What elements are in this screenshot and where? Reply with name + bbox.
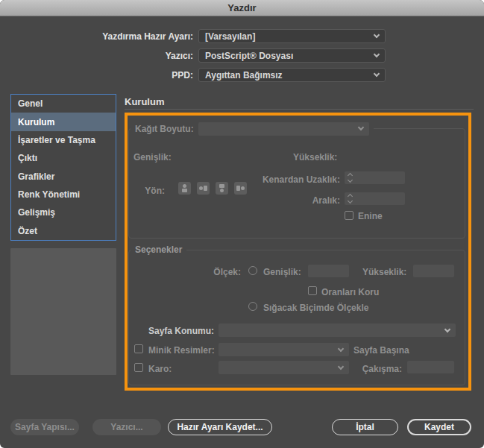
stepper-icon[interactable] — [348, 195, 352, 203]
scale-to-fit-label: Sığacak Biçimde Ölçekle — [263, 303, 368, 313]
thumbnails-label: Minik Resimler: — [148, 345, 215, 356]
chevron-down-icon — [338, 363, 344, 369]
sidebar-item-label: Genel — [18, 98, 43, 109]
thumbnails-checkbox[interactable] — [134, 344, 143, 353]
print-preset-label: Yazdırma Hazır Ayarı: — [0, 31, 198, 42]
printer-label: Yazıcı: — [0, 51, 198, 61]
button-label: Yazıcı... — [110, 422, 142, 432]
button-label: Sayfa Yapısı... — [15, 422, 75, 432]
options-legend: Seçenekler — [131, 244, 186, 255]
options-group: Seçenekler Ölçek: Genişlik: Yükseklik: O… — [128, 250, 465, 385]
paper-size-row: Kağıt Boyutu: — [131, 122, 374, 136]
panel-separator — [125, 109, 474, 110]
tile-dropdown[interactable] — [219, 361, 349, 374]
scale-width-height-radio[interactable] — [248, 266, 257, 275]
printer-dropdown[interactable]: PostScript® Dosyası — [198, 48, 386, 63]
chevron-down-icon — [444, 326, 450, 332]
print-preset-row: Yazdırma Hazır Ayarı: [Varsayılan] — [0, 29, 386, 43]
scale-height-label: Yükseklik: — [362, 267, 406, 277]
print-preview-area — [10, 248, 116, 375]
orientation-label: Yön: — [133, 186, 165, 196]
ppd-value: Aygıttan Bağımsız — [205, 70, 370, 81]
sidebar-item-genel[interactable]: Genel — [11, 95, 116, 113]
paper-height-label: Yükseklik: — [293, 152, 337, 163]
print-preset-dropdown[interactable]: [Varsayılan] — [198, 29, 386, 43]
offset-field[interactable] — [345, 171, 405, 184]
gap-field[interactable] — [345, 192, 405, 205]
paper-width-label: Genişlik: — [133, 152, 172, 163]
save-preset-button[interactable]: Hazır Ayarı Kaydet... — [168, 419, 272, 435]
sidebar-item-label: İşaretler ve Taşma — [18, 135, 95, 145]
gap-label: Aralık: — [204, 195, 340, 206]
scale-width-label: Genişlik: — [263, 267, 301, 277]
sidebar-item-label: Gelişmiş — [18, 207, 55, 218]
button-label: Hazır Ayarı Kaydet... — [177, 422, 263, 432]
constrain-proportions-checkbox[interactable] — [308, 286, 317, 295]
sections-list: Genel Kurulum İşaretler ve Taşma Çıktı G… — [10, 94, 116, 241]
panel-title: Kurulum — [125, 96, 164, 107]
cancel-button[interactable]: İptal — [332, 419, 398, 435]
ppd-dropdown[interactable]: Aygıttan Bağımsız — [198, 68, 386, 82]
per-page-label: Sayfa Başına — [353, 345, 409, 356]
scale-label: Ölçek: — [174, 267, 241, 277]
sidebar-item-kurulum[interactable]: Kurulum — [11, 113, 116, 130]
page-setup-button[interactable]: Sayfa Yapısı... — [10, 419, 79, 435]
sidebar-item-label: Renk Yönetimi — [18, 189, 80, 200]
page-position-label: Sayfa Konumu: — [136, 326, 214, 336]
ppd-row: PPD: Aygıttan Bağımsız — [0, 68, 386, 82]
offset-label: Kenardan Uzaklık: — [204, 174, 340, 185]
chevron-down-icon — [348, 177, 353, 183]
sidebar-item-grafikler[interactable]: Grafikler — [11, 168, 116, 186]
printer-button[interactable]: Yazıcı... — [92, 419, 161, 435]
overlap-field[interactable] — [407, 361, 454, 373]
print-preset-value: [Varsayılan] — [205, 31, 370, 42]
orientation-portrait-icon[interactable] — [178, 182, 191, 195]
scale-width-field[interactable] — [308, 265, 349, 277]
overlap-label: Çakışma: — [353, 364, 402, 374]
sidebar-item-label: Özet — [18, 226, 37, 236]
sidebar-item-cikti[interactable]: Çıktı — [11, 149, 116, 167]
tile-checkbox[interactable] — [134, 363, 143, 372]
chevron-down-icon — [374, 51, 380, 57]
stepper-icon[interactable] — [348, 174, 352, 182]
paper-setup-group: Kağıt Boyutu: Genişlik: Yükseklik: Yön: … — [128, 128, 465, 239]
transverse-label: Enine — [358, 211, 383, 221]
transverse-checkbox[interactable] — [345, 211, 353, 220]
scale-height-field[interactable] — [413, 265, 454, 277]
save-button[interactable]: Kaydet — [407, 419, 471, 435]
sidebar-item-label: Grafikler — [18, 171, 54, 182]
paper-size-dropdown[interactable] — [198, 122, 369, 136]
chevron-down-icon — [348, 198, 353, 204]
button-label: Kaydet — [424, 422, 454, 432]
thumbnails-dropdown[interactable] — [219, 343, 349, 356]
button-label: İptal — [356, 422, 374, 432]
page-position-dropdown[interactable] — [219, 324, 456, 337]
chevron-down-icon — [374, 32, 380, 38]
sidebar-item-ozet[interactable]: Özet — [11, 222, 116, 240]
scale-to-fit-radio[interactable] — [248, 302, 257, 311]
ppd-label: PPD: — [0, 70, 198, 81]
sidebar-item-label: Çıktı — [18, 153, 37, 163]
titlebar: Yazdır — [0, 0, 484, 16]
printer-value: PostScript® Dosyası — [205, 51, 370, 61]
sidebar-item-renk-yonetimi[interactable]: Renk Yönetimi — [11, 186, 116, 204]
printer-row: Yazıcı: PostScript® Dosyası — [0, 48, 386, 63]
chevron-down-icon — [374, 71, 380, 77]
tile-label: Karo: — [148, 364, 172, 374]
sidebar-item-label: Kurulum — [18, 117, 54, 127]
chevron-down-icon — [357, 124, 363, 130]
dialog-title: Yazdır — [227, 2, 256, 13]
chevron-down-icon — [338, 345, 344, 351]
constrain-proportions-label: Oranları Koru — [321, 287, 379, 297]
sidebar-item-isaretler-ve-tasma[interactable]: İşaretler ve Taşma — [11, 131, 116, 149]
paper-size-label: Kağıt Boyutu: — [135, 124, 194, 134]
print-dialog: Yazdır Yazdırma Hazır Ayarı: [Varsayılan… — [0, 0, 484, 448]
sidebar-item-gelismis[interactable]: Gelişmiş — [11, 204, 116, 221]
